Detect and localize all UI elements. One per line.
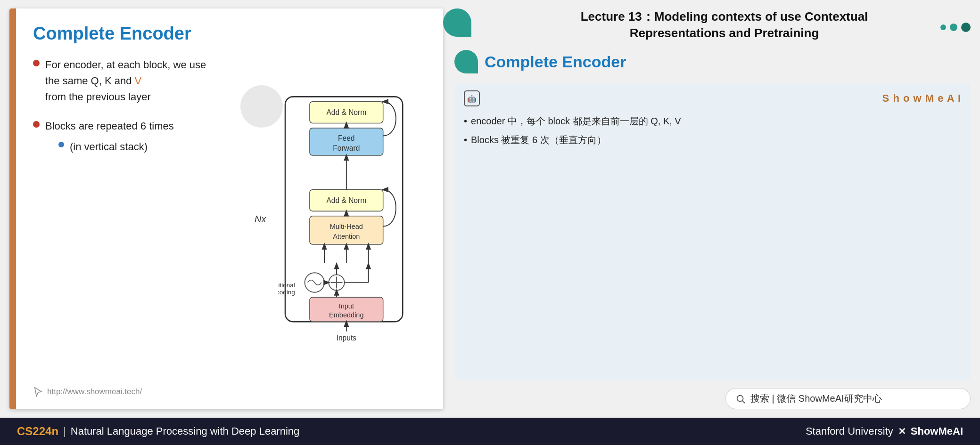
bullet-dot-1 [33, 60, 40, 66]
showmeai-brand: S h o w M e A I [882, 92, 961, 105]
slide-title: Complete Encoder [33, 24, 429, 44]
ai-icon: 🤖 [464, 90, 480, 106]
x-mark: ✕ [898, 426, 906, 437]
ai-icon-text: 🤖 [467, 94, 477, 103]
sub-bullet-text: (in vertical stack) [70, 139, 148, 155]
showmeai-bottom: ShowMeAI [911, 425, 963, 437]
sub-bullet: (in vertical stack) [58, 139, 174, 155]
slide-accent-bar [9, 8, 16, 409]
search-text: 搜索 | 微信 ShowMeAI研究中心 [750, 392, 882, 405]
showmeai-bullet-text-1: encoder 中，每个 block 都是来自前一层的 Q, K, V [471, 113, 681, 129]
svg-rect-9 [310, 216, 383, 244]
slide-panel: Complete Encoder For encoder, at each bl… [9, 8, 443, 409]
lecture-title: Lecture 13：Modeling contexts of use Cont… [478, 8, 971, 41]
course-code: CS224n [17, 425, 58, 438]
right-panel: Lecture 13：Modeling contexts of use Cont… [443, 0, 980, 418]
nx-label: Nx [255, 214, 266, 225]
showmeai-bullet-1: • encoder 中，每个 block 都是来自前一层的 Q, K, V [464, 113, 961, 129]
showmeai-bullet-2: • Blocks 被重复 6 次（垂直方向） [464, 132, 961, 148]
bottom-left: CS224n | Natural Language Processing wit… [17, 425, 299, 438]
university-text: Stanford University [806, 425, 893, 437]
course-name: Natural Language Processing with Deep Le… [71, 425, 300, 437]
bullet-marker-1: • [464, 113, 467, 129]
svg-text:Forward: Forward [333, 144, 360, 152]
bullet-dot-2 [33, 121, 40, 128]
svg-text:Add & Norm: Add & Norm [326, 196, 366, 204]
svg-text:Inputs: Inputs [337, 334, 357, 342]
highlight-v: V [135, 75, 142, 87]
sub-bullet-dot [58, 142, 64, 147]
search-bar-wrapper: 搜索 | 微信 ShowMeAI研究中心 [454, 380, 971, 409]
slide-footer: http://www.showmeai.tech/ [33, 381, 429, 400]
svg-text:Positional: Positional [278, 282, 295, 289]
search-bar[interactable]: 搜索 | 微信 ShowMeAI研究中心 [725, 388, 971, 409]
bottom-bar: CS224n | Natural Language Processing wit… [0, 418, 980, 445]
right-header: Lecture 13：Modeling contexts of use Cont… [454, 8, 971, 50]
svg-line-36 [742, 401, 745, 403]
bullet-marker-2: • [464, 132, 467, 148]
lecture-title-area: Lecture 13：Modeling contexts of use Cont… [454, 8, 971, 41]
separator: | [63, 425, 66, 437]
svg-text:Multi-Head: Multi-Head [330, 223, 363, 230]
svg-text:Attention: Attention [333, 233, 360, 240]
teal-icon-shape [454, 50, 478, 73]
showmeai-header: 🤖 S h o w M e A I [464, 90, 961, 106]
bullet-text-1: For encoder, at each block, we use the s… [45, 57, 206, 105]
svg-text:Input: Input [339, 302, 354, 310]
svg-point-35 [737, 395, 743, 401]
encoder-diagram: Add & Norm Feed Forward Add & Norm Multi… [278, 92, 420, 346]
svg-text:Embedding: Embedding [329, 311, 363, 319]
showmeai-bullets: • encoder 中，每个 block 都是来自前一层的 Q, K, V • … [464, 113, 961, 148]
right-encoder-title: Complete Encoder [454, 50, 971, 73]
cursor-icon [33, 387, 43, 397]
diagram-area: Nx Add & Norm Feed Forward [269, 57, 429, 381]
bullet-text-2: Blocks are repeated 6 times [45, 118, 174, 134]
lecture-title-line2: Representations and Pretraining [630, 26, 819, 40]
lecture-title-line1: Lecture 13：Modeling contexts of use Cont… [581, 9, 868, 24]
svg-text:Feed: Feed [338, 134, 354, 142]
right-encoder-text: Complete Encoder [485, 53, 626, 71]
bullet-item-2: Blocks are repeated 6 times (in vertical… [33, 118, 259, 155]
gray-circle-decor [240, 85, 283, 128]
footer-url: http://www.showmeai.tech/ [47, 387, 142, 396]
search-icon [735, 394, 746, 404]
slide-text-area: For encoder, at each block, we use the s… [33, 57, 259, 381]
showmeai-bullet-text-2: Blocks 被重复 6 次（垂直方向） [471, 132, 606, 148]
svg-text:Add & Norm: Add & Norm [326, 108, 366, 116]
bottom-right: Stanford University ✕ ShowMeAI [806, 425, 963, 437]
showmeai-card: 🤖 S h o w M e A I • encoder 中，每个 block 都… [454, 83, 971, 380]
bullet-item-1: For encoder, at each block, we use the s… [33, 57, 259, 105]
svg-text:Encoding: Encoding [278, 289, 295, 296]
